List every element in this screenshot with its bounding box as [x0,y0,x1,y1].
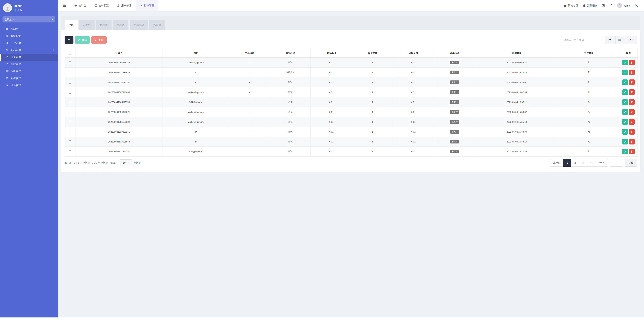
sidebar-item-控制台[interactable]: 控制台 [0,25,58,32]
row-checkbox[interactable] [69,61,71,64]
row-edit-button[interactable] [622,149,628,154]
page-button-4[interactable]: 4 [587,159,595,167]
export-button[interactable] [626,36,637,44]
sidebar-item-模板管理[interactable]: 模板管理 [0,68,58,75]
row-checkbox[interactable] [69,71,71,74]
status-cell: 未支付 [434,117,475,127]
row-checkbox[interactable] [69,131,71,133]
page-button-上一页[interactable]: 上一页 [550,159,563,167]
sidebar-item-授权管理[interactable]: 授权管理 [0,61,58,68]
sidebar-search-button[interactable] [49,17,54,22]
row-edit-button[interactable] [622,69,628,75]
product-cell: 测试 [270,87,310,97]
avatar[interactable] [3,3,12,12]
row-edit-button[interactable] [622,129,628,135]
row-edit-button[interactable] [622,60,628,65]
site-home-link[interactable]: 网站首页 [561,4,580,7]
status-badge: 未支付 [450,61,459,64]
row-checkbox[interactable] [69,91,71,93]
order-no-cell: 202206041618012331 [76,77,163,87]
nav-tab-订单管理[interactable]: 订单管理 [136,0,158,11]
row-checkbox[interactable] [69,140,71,143]
tab-未支付[interactable]: 未支付 [79,20,94,30]
hash-cell: - [229,127,270,137]
tab-已过期[interactable]: 已过期 [149,20,165,30]
jump-page-input[interactable] [610,159,623,167]
translate-button[interactable] [600,4,607,7]
order-search-input[interactable] [561,36,603,44]
row-checkbox[interactable] [69,111,71,113]
row-delete-button[interactable] [629,99,634,105]
sidebar-search-input[interactable] [4,18,49,21]
sidebar-item-插件管理[interactable]: 插件管理 [0,82,58,89]
row-edit-button[interactable] [622,119,628,125]
qty-cell: 1 [352,97,393,107]
table-row: 202206041556372671yxcker@qq.com-测试0.0110… [65,107,638,117]
amount-cell: 0.01 [393,77,434,87]
row-delete-button[interactable] [629,119,634,125]
amount-cell: 0.01 [393,87,434,97]
page-button-3[interactable]: 3 [579,159,587,167]
sidebar-item-商品管理[interactable]: 商品管理 [0,47,58,54]
sidebar: admin 在线 控制台系统配置用户管理商品管理订单管理授权管理模板管理对接管理… [0,0,58,318]
row-delete-button[interactable] [629,69,634,75]
settings-button[interactable] [633,4,640,7]
sidebar-toggle-button[interactable] [58,0,70,11]
fullscreen-button[interactable] [607,4,615,7]
actions-cell [619,77,638,87]
refresh-button[interactable] [64,36,74,43]
row-delete-button[interactable] [629,89,634,95]
select-cell [65,87,76,97]
list-icon [140,4,142,7]
tab-交易完成[interactable]: 交易完成 [130,20,148,30]
paid-time-cell: 无 [558,97,619,107]
page-size-select[interactable]: 10 [120,159,132,166]
nav-tab-用户管理[interactable]: 用户管理 [113,0,136,11]
row-delete-button[interactable] [629,139,634,144]
row-checkbox[interactable] [69,121,71,123]
detail-view-button[interactable] [605,36,616,44]
row-edit-button[interactable] [622,89,628,95]
sidebar-item-用户管理[interactable]: 用户管理 [0,39,58,47]
caret-down-icon [622,39,624,41]
row-checkbox[interactable] [69,101,71,103]
row-edit-button[interactable] [622,109,628,115]
page-button-下一页[interactable]: 下一页 [595,159,608,167]
status-cell: 未支付 [434,147,475,157]
gear-icon [6,35,8,37]
amount-cell: 0.01 [393,58,434,67]
price-cell: 0.01 [310,137,352,147]
price-cell: 0.01 [310,127,352,137]
sidebar-item-系统配置[interactable]: 系统配置 [0,32,58,39]
row-edit-button[interactable] [622,79,628,85]
sidebar-item-对接管理[interactable]: 对接管理 [0,75,58,82]
select-all-checkbox[interactable] [69,52,71,54]
row-delete-button[interactable] [629,109,634,115]
sidebar-item-订单管理[interactable]: 订单管理 [0,54,58,61]
tab-已发货[interactable]: 已发货 [113,20,128,30]
row-checkbox[interactable] [69,81,71,84]
tab-代发货[interactable]: 代发货 [96,20,112,30]
jump-button[interactable]: 跳转 [625,159,637,167]
tab-全部[interactable]: 全部 [64,20,78,30]
profile-username: admin [14,4,22,7]
row-delete-button[interactable] [629,129,634,135]
page-button-2[interactable]: 2 [571,159,579,167]
page-button-1[interactable]: 1 [563,159,571,167]
navbar-tabs: 控制台支付配置用户管理订单管理 [70,0,158,11]
row-edit-button[interactable] [622,139,628,144]
delete-button[interactable]: 删除 [91,36,107,43]
nav-tab-控制台[interactable]: 控制台 [70,0,90,11]
row-delete-button[interactable] [629,60,634,65]
list-icon [6,63,8,65]
sidebar-profile: admin 在线 [0,0,58,15]
clear-cache-link[interactable]: 清除缓存 [580,4,600,7]
row-edit-button[interactable] [622,99,628,105]
edit-button[interactable]: 编辑 [75,36,90,43]
row-delete-button[interactable] [629,149,634,154]
columns-button[interactable] [616,36,626,44]
nav-tab-支付配置[interactable]: 支付配置 [90,0,113,11]
row-delete-button[interactable] [629,79,634,85]
row-checkbox[interactable] [69,150,71,153]
user-menu[interactable]: admin [615,3,633,8]
